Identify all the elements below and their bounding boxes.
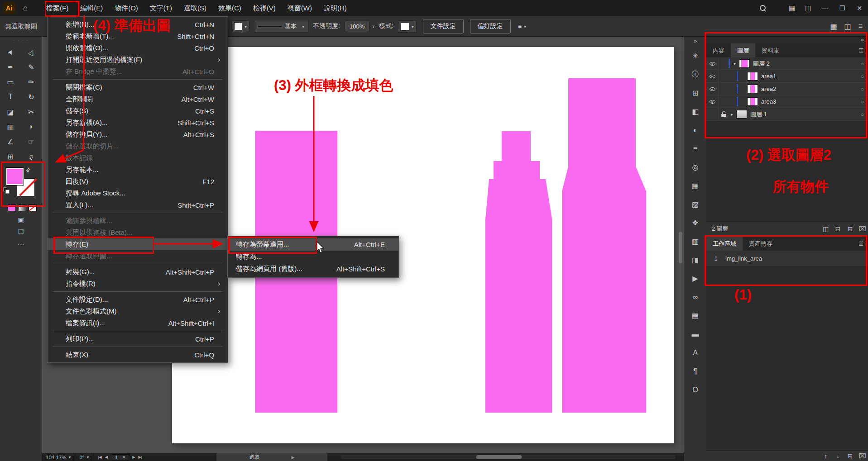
horizontal-scrollbar[interactable]	[340, 455, 676, 459]
restore-button[interactable]: ❐	[834, 0, 851, 16]
menu-item-new[interactable]: 新增(N)... Ctrl+N	[48, 19, 228, 30]
scissors-tool[interactable]: ✂	[24, 106, 39, 117]
menu-effect[interactable]: 效果(C)	[212, 0, 247, 16]
artboards-panel-icon[interactable]: ▬	[684, 325, 706, 343]
align-panel-icon[interactable]: ▥	[684, 232, 706, 251]
preferences-button[interactable]: 偏好設定	[470, 19, 511, 33]
menu-item-open-recent[interactable]: 打開最近使用過的檔案(F) ›	[48, 54, 228, 66]
type-tool[interactable]: T	[3, 91, 18, 102]
direct-selection-tool[interactable]: ▷	[24, 47, 39, 57]
layer-target-icon[interactable]	[861, 86, 864, 92]
menu-item-browse-in-bridge[interactable]: 在 Bridge 中瀏覽... Alt+Ctrl+O	[48, 66, 228, 77]
actions-panel-icon[interactable]: ▶	[684, 269, 706, 288]
status-display[interactable]: 選取 ▶	[216, 453, 327, 461]
tab-artboards[interactable]: 工作區域	[706, 237, 743, 251]
menu-item-scripts[interactable]: 指令檔(R) ›	[48, 278, 228, 290]
style-dropdown[interactable]: ▾	[398, 20, 417, 33]
layer-target-icon[interactable]	[861, 112, 864, 117]
opacity-input[interactable]: 100%	[345, 21, 369, 32]
minimize-button[interactable]: —	[816, 0, 834, 16]
zoom-tool[interactable]: ○	[24, 151, 39, 162]
asset-export-panel-icon[interactable]: ▤	[684, 306, 706, 325]
artboard-tool[interactable]: ⊞	[3, 151, 18, 162]
menu-select[interactable]: 選取(S)	[178, 0, 212, 16]
menu-item-export[interactable]: 轉存(E) ›	[48, 238, 228, 250]
artboard-row[interactable]: 1 img_link_area	[706, 251, 868, 266]
paintbrush-tool[interactable]: ✏	[24, 76, 39, 87]
menu-item-export-selection[interactable]: 轉存選取範圍...	[48, 250, 228, 262]
stroke-color-dropdown[interactable]: ▾	[231, 20, 249, 32]
eyedropper-tool[interactable]: ◗	[24, 121, 39, 132]
new-artboard-icon[interactable]: ⊞	[844, 452, 856, 460]
menu-item-document-setup[interactable]: 文件設定(D)... Alt+Ctrl+P	[48, 294, 228, 305]
links-panel-icon[interactable]: ∞	[684, 288, 706, 306]
menu-item-invite-to-edit[interactable]: 邀請參與編輯...	[48, 215, 228, 227]
hand-tool[interactable]: ☞	[24, 136, 39, 147]
pathfinder-panel-icon[interactable]: ◨	[684, 251, 706, 269]
artwork-bottle-small[interactable]	[485, 131, 552, 413]
color-panel-icon[interactable]: ◧	[684, 102, 706, 121]
gradient-button[interactable]	[18, 204, 26, 211]
gradient-panel-icon[interactable]: ◐	[684, 121, 706, 139]
arrange-documents-icon[interactable]: ▦	[784, 4, 800, 12]
expand-panels-icon[interactable]: »	[684, 36, 706, 47]
rectangle-tool[interactable]: ▭	[3, 76, 18, 87]
layer-row-area3[interactable]: area3	[706, 95, 868, 108]
rotation-select[interactable]: 0° ▾	[75, 453, 93, 461]
menu-item-open[interactable]: 開啟舊檔(O)... Ctrl+O	[48, 42, 228, 54]
submenu-item-save-for-web-legacy[interactable]: 儲存為網頁用 (舊版)... Alt+Shift+Ctrl+S	[228, 263, 398, 275]
menu-item-save-as[interactable]: 另存新檔(A)... Shift+Ctrl+S	[48, 117, 228, 128]
selection-tool[interactable]: ➤	[3, 47, 18, 57]
collapse-dock-icon[interactable]: »	[861, 37, 864, 43]
menu-item-search-adobe-stock[interactable]: 搜尋 Adobe Stock...	[48, 187, 228, 199]
tab-asset-export[interactable]: 資產轉存	[743, 237, 779, 251]
draw-mode-button[interactable]: ▣	[0, 216, 42, 223]
stroke-panel-icon[interactable]: ≡	[684, 139, 706, 158]
layer-thumbnail[interactable]	[736, 110, 747, 119]
artboard-number-select[interactable]: 1 ▾	[111, 454, 129, 461]
previous-artboard-icon[interactable]: ◀	[105, 455, 108, 459]
menu-file[interactable]: 檔案(F)	[40, 0, 74, 16]
layer-target-icon[interactable]	[861, 99, 864, 105]
rotate-tool[interactable]: ↻	[24, 91, 39, 102]
appearance-panel-icon[interactable]: ◎	[684, 158, 706, 176]
layer-lock-toggle[interactable]	[719, 111, 729, 117]
vertical-scrollbar-thumb[interactable]	[679, 232, 682, 263]
transform-panel-icon[interactable]: ⊞	[684, 84, 706, 102]
submenu-item-export-as[interactable]: 轉存為...	[228, 251, 398, 263]
paragraph-panel-icon[interactable]: ¶	[684, 362, 706, 380]
submenu-item-export-for-screens[interactable]: 轉存為螢幕適用... Alt+Ctrl+E	[228, 238, 398, 251]
shape-builder-tool[interactable]: ▦	[3, 121, 18, 132]
menu-item-share-for-review[interactable]: 共用以供審核 (Beta)...	[48, 227, 228, 238]
menu-item-version-history[interactable]: 版本記錄	[48, 152, 228, 164]
menu-view[interactable]: 檢視(V)	[247, 0, 282, 16]
close-button[interactable]: ✕	[851, 0, 868, 16]
brushes-panel-icon[interactable]: ▨	[684, 195, 706, 214]
move-artboard-down-icon[interactable]: ↓	[832, 452, 844, 460]
tab-libraries[interactable]: 資料庫	[755, 43, 786, 57]
artboards-panel-menu-icon[interactable]: ≣	[854, 237, 868, 251]
properties-panel-icon[interactable]: ✳	[684, 47, 706, 65]
menu-item-exit[interactable]: 結束(X) Ctrl+Q	[48, 349, 228, 361]
brush-definition-dropdown[interactable]: 基本 ▾	[254, 20, 308, 33]
layer-thumbnail[interactable]	[747, 85, 758, 93]
opentype-panel-icon[interactable]: O	[684, 380, 706, 399]
workspace-switcher-icon[interactable]: ◫	[844, 22, 851, 31]
tab-properties[interactable]: 內容	[706, 43, 731, 57]
layer-expand-icon[interactable]: ▾	[731, 61, 738, 66]
workspace-icon[interactable]: ◫	[800, 4, 816, 12]
shear-tool[interactable]: ∠	[3, 136, 18, 147]
menu-object[interactable]: 物件(O)	[109, 0, 144, 16]
artboard-name[interactable]: img_link_area	[725, 255, 863, 262]
opacity-dropdown-icon[interactable]: ›	[372, 23, 374, 30]
swatches-panel-icon[interactable]: ▦	[684, 176, 706, 195]
layer-thumbnail[interactable]	[739, 59, 750, 68]
menu-item-package[interactable]: 封裝(G)... Alt+Shift+Ctrl+P	[48, 266, 228, 278]
layer-visibility-toggle[interactable]	[706, 70, 719, 82]
fill-swatch[interactable]	[6, 167, 24, 185]
screen-mode-button[interactable]: ❏	[0, 228, 42, 235]
layer-name[interactable]: area3	[761, 98, 861, 105]
delete-layer-icon[interactable]: ⌧	[856, 225, 868, 233]
layer-row-area2[interactable]: area2	[706, 83, 868, 95]
menu-edit[interactable]: 編輯(E)	[74, 0, 109, 16]
